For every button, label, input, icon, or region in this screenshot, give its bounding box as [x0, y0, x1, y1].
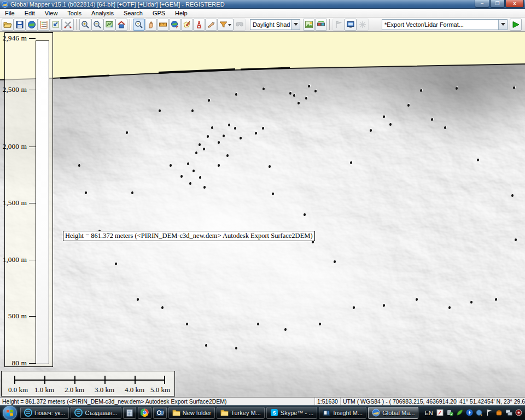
- floppy-icon: [15, 20, 24, 29]
- task-skype[interactable]: S Skype™ - ...: [266, 407, 318, 419]
- skype-icon: S: [270, 409, 278, 417]
- menu-help[interactable]: Help: [170, 9, 192, 17]
- status-red-icon[interactable]: [515, 409, 522, 416]
- task-new-folder[interactable]: New folder: [168, 407, 215, 419]
- lightning-icon[interactable]: [466, 409, 473, 416]
- task-global-mapper[interactable]: Global Ma...: [368, 407, 418, 419]
- minimize-button[interactable]: –: [475, 0, 489, 8]
- lidar-tool-button[interactable]: [193, 19, 205, 31]
- apply-export-button[interactable]: [510, 19, 522, 31]
- save-button[interactable]: [14, 19, 26, 31]
- ruler-icon: [159, 20, 167, 29]
- task-ie-2[interactable]: Създаван...: [71, 407, 121, 419]
- legend-elevation-label: 2,946 m: [0, 34, 27, 43]
- menu-edit[interactable]: Edit: [20, 9, 40, 17]
- pdf-icon[interactable]: [436, 409, 444, 416]
- scale-bar-line: [14, 380, 165, 381]
- toolbar: Daylight Shader *Export Vector/Lidar For…: [0, 18, 525, 32]
- elevation-legend: 2,946 m2,500 m2,000 m1,500 m1,000 m500 m…: [4, 32, 53, 367]
- leaf-icon[interactable]: [456, 409, 463, 416]
- task-outlook[interactable]: [153, 407, 167, 419]
- export-selector[interactable]: *Export Vector/Lidar Format...: [382, 19, 508, 30]
- configuration-button[interactable]: [62, 19, 74, 31]
- chevron-down-icon[interactable]: [498, 20, 507, 30]
- link-views-button[interactable]: [357, 19, 369, 31]
- task-calculator[interactable]: [123, 407, 136, 419]
- status-latlon-coords: 41° 51.42454' N, 23° 29.61632' E: [457, 398, 525, 405]
- download-online-data-button[interactable]: [50, 19, 62, 31]
- language-indicator[interactable]: EN: [424, 410, 433, 416]
- legend-tick: [29, 260, 36, 260]
- zoom-tool-button[interactable]: [133, 19, 145, 31]
- open-button[interactable]: [2, 19, 14, 31]
- close-button[interactable]: x: [505, 0, 524, 8]
- task-insight[interactable]: Insight M...: [319, 407, 366, 419]
- maximize-button[interactable]: ❐: [490, 0, 505, 8]
- view-3d-button[interactable]: [315, 19, 327, 31]
- start-button[interactable]: [3, 406, 17, 420]
- legend-tick: [29, 38, 36, 39]
- menu-gps[interactable]: GPS: [148, 9, 170, 17]
- task-label: Insight M...: [333, 410, 363, 416]
- menu-search[interactable]: Search: [119, 9, 148, 17]
- zoom-in-button[interactable]: [79, 19, 91, 31]
- taskbar: Гювеч: ук... Създаван... New folder Turk…: [0, 405, 525, 420]
- action-center-flag-icon[interactable]: [486, 409, 493, 416]
- legend-elevation-label: 2,500 m: [0, 85, 27, 94]
- global-mapper-icon: [372, 409, 380, 417]
- legend-elevation-label: 1,000 m: [0, 255, 27, 264]
- scale-tick: [104, 376, 106, 384]
- outlook-icon: [156, 409, 164, 417]
- map-viewport[interactable]: 2,946 m2,500 m2,000 m1,500 m1,000 m500 m…: [0, 32, 525, 397]
- internet-explorer-icon: [74, 409, 83, 417]
- task-chrome[interactable]: [138, 407, 151, 419]
- globe-icon: [27, 20, 36, 29]
- scale-tick: [135, 376, 136, 384]
- feature-info-tool-button[interactable]: [169, 19, 181, 31]
- measure-tool-button[interactable]: [157, 19, 169, 31]
- scale-bar: 0.0 km 1.0 km 2.0 km 3.0 km 4.0 km 5.0 k…: [1, 371, 175, 396]
- task-label: New folder: [183, 410, 212, 416]
- usb-shield-icon[interactable]: [446, 409, 453, 416]
- task-label: Създаван...: [85, 410, 117, 416]
- shader-options-button[interactable]: [303, 19, 315, 31]
- stereo-view-button[interactable]: [234, 19, 246, 31]
- digitizer-tool-button[interactable]: [181, 19, 193, 31]
- legend-elevation-label: 2,000 m: [0, 142, 27, 151]
- scale-tick: [44, 376, 45, 384]
- control-center-icon: [39, 20, 48, 29]
- device-orange-icon[interactable]: [495, 409, 503, 416]
- legend-tick: [29, 363, 36, 364]
- menu-tools[interactable]: Tools: [62, 9, 86, 17]
- 3d-window-button[interactable]: [345, 19, 357, 31]
- terrain-hillshade: [0, 32, 525, 397]
- network-icon[interactable]: [505, 409, 512, 416]
- menu-bar: File Edit View Tools Analysis Search GPS…: [0, 9, 525, 18]
- zoom-out-button[interactable]: [91, 19, 103, 31]
- chevron-down-icon[interactable]: [291, 20, 300, 30]
- world-view-button[interactable]: [26, 19, 38, 31]
- status-projection-coords: UTM ( WGS84 ) - ( 706983.215, 4636914.20…: [340, 398, 457, 405]
- window-title: Global Mapper v15.1 (b022814) [64-bit] […: [10, 1, 225, 8]
- task-label: Skype™ - ...: [281, 410, 314, 416]
- legend-elevation-label: 500 m: [0, 312, 27, 320]
- legend-elevation-label: 80 m: [0, 359, 27, 368]
- pan-tool-button[interactable]: [145, 19, 157, 31]
- task-ie-1[interactable]: Гювеч: ук...: [20, 407, 69, 419]
- folder-icon: [172, 409, 180, 416]
- task-turkey-folder[interactable]: Turkey M...: [217, 407, 265, 419]
- funnel-icon: [219, 20, 232, 29]
- shader-selector[interactable]: Daylight Shader: [250, 19, 300, 30]
- sync-app-icon[interactable]: [476, 409, 483, 416]
- menu-file[interactable]: File: [0, 9, 20, 17]
- tools-icon: [63, 20, 72, 29]
- path-profile-button[interactable]: [205, 19, 217, 31]
- menu-analysis[interactable]: Analysis: [86, 9, 119, 17]
- full-view-button[interactable]: [103, 19, 115, 31]
- svg-text:S: S: [272, 410, 276, 416]
- control-center-button[interactable]: [38, 19, 50, 31]
- flag-tool-button[interactable]: [332, 19, 345, 31]
- filter-tool-button[interactable]: [217, 19, 234, 31]
- menu-view[interactable]: View: [40, 9, 63, 17]
- home-view-button[interactable]: [115, 19, 127, 31]
